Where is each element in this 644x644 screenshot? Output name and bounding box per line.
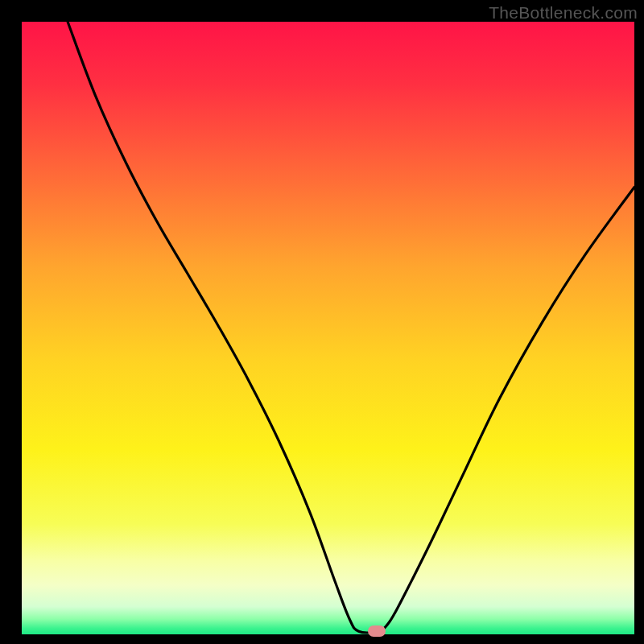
plot-background bbox=[22, 22, 634, 634]
bottleneck-chart bbox=[0, 0, 644, 644]
watermark-text: TheBottleneck.com bbox=[489, 3, 638, 23]
chart-container: TheBottleneck.com bbox=[0, 0, 644, 644]
valley-marker bbox=[368, 625, 386, 637]
